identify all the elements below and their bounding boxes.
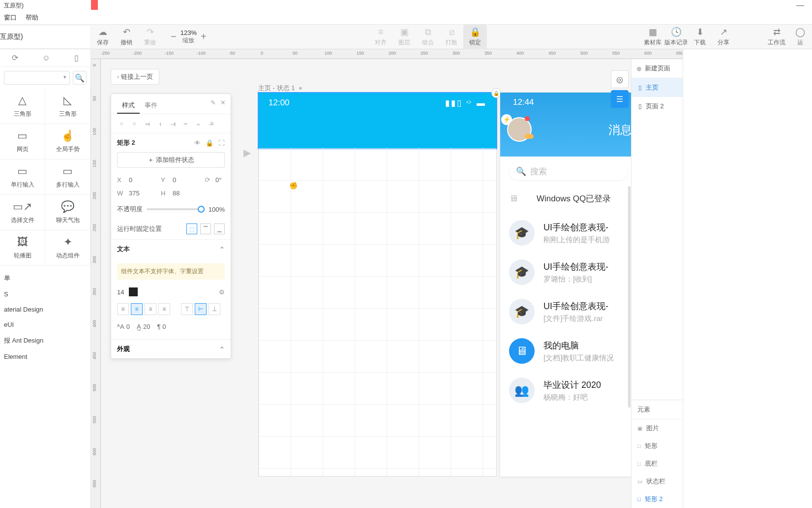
align-left2-icon[interactable]: ⫤ xyxy=(142,118,152,129)
lock-button[interactable]: 🔒锁定 xyxy=(463,25,487,49)
tab-components-icon[interactable]: ⟳ xyxy=(12,53,18,63)
component-选择文件[interactable]: ▭↗选择文件 xyxy=(0,195,45,230)
assets-button[interactable]: ▦素材库 xyxy=(641,25,664,49)
component-动态组件[interactable]: ✦动态组件 xyxy=(45,230,90,266)
lib-item[interactable]: aterial Design xyxy=(4,302,90,317)
component-全局手势[interactable]: ☝全局手势 xyxy=(45,124,90,159)
artboard-reference[interactable]: 12:44 ⚡ 消息 🔍 搜索 🖥 Windows QQ已登录 🎓UI手绘创意表… xyxy=(500,93,632,476)
element-item[interactable]: □底栏 xyxy=(632,455,683,473)
layers-button[interactable]: ▣图层 xyxy=(392,25,416,49)
opacity-value[interactable]: 100% xyxy=(209,206,225,213)
fix-none-button[interactable]: ⬚ xyxy=(186,223,197,234)
selected-rect-header[interactable]: 🔒 12:00 ▮▮▯ ⌔ ▬ xyxy=(259,93,496,148)
lock-small-icon[interactable]: 🔒 xyxy=(206,139,213,147)
chat-row[interactable]: 🖥我的电脑[文档]教职工健康情况 xyxy=(500,331,632,371)
new-page-button[interactable]: ⊕新建页面 xyxy=(632,59,683,78)
search-bar[interactable]: 🔍 搜索 xyxy=(509,162,628,180)
undo-button[interactable]: ↶撤销 xyxy=(115,25,138,49)
target-tool-button[interactable]: ◎ xyxy=(611,70,629,88)
text-valign-middle-icon[interactable]: ⊢ xyxy=(195,303,207,315)
lib-item[interactable]: S xyxy=(4,286,90,302)
text-align-left-icon[interactable]: ≡ xyxy=(117,303,129,315)
w-value[interactable]: 375 xyxy=(129,190,156,197)
component-多行输入[interactable]: ▭多行输入 xyxy=(45,159,90,195)
fix-top-button[interactable]: ▔ xyxy=(200,223,211,234)
component-轮播图[interactable]: 🖼轮播图 xyxy=(0,230,45,266)
download-button[interactable]: ⬇下载 xyxy=(688,25,712,49)
lock-handle-icon[interactable]: 🔒 xyxy=(491,88,501,98)
lib-item[interactable]: 报 Ant Design xyxy=(4,332,90,349)
component-category-select[interactable] xyxy=(4,71,70,85)
workflow-button[interactable]: ⇄工作流 xyxy=(765,25,788,49)
tab-event[interactable]: 事件 xyxy=(140,98,162,114)
share-button[interactable]: ↗分享 xyxy=(712,25,735,49)
para-spacing-value[interactable]: 0 xyxy=(162,323,166,330)
settings-tool-button[interactable]: ☰ xyxy=(611,90,629,108)
align-right-icon[interactable]: ⫣ xyxy=(167,118,178,129)
minimize-button[interactable]: — xyxy=(792,1,808,10)
collapse-appearance-icon[interactable]: ⌃ xyxy=(219,346,225,353)
text-settings-icon[interactable]: ⚙ xyxy=(219,288,225,296)
menu-window[interactable]: 窗口 xyxy=(4,13,17,22)
component-网页[interactable]: ▭网页 xyxy=(0,124,45,159)
scrollbar[interactable] xyxy=(628,186,631,408)
align-top-icon[interactable]: ⫟ xyxy=(180,118,191,129)
component-单行输入[interactable]: ▭单行输入 xyxy=(0,159,45,195)
lib-item[interactable]: Element xyxy=(4,349,90,364)
run-button[interactable]: ◯运 xyxy=(788,25,812,49)
align-center-h-icon[interactable]: ≡ xyxy=(129,118,140,129)
align-center-icon[interactable]: ⫞ xyxy=(154,118,165,129)
text-valign-bottom-icon[interactable]: ⊥ xyxy=(209,303,220,315)
page-2[interactable]: ▯页面 2 xyxy=(632,97,683,116)
rotation-value[interactable]: 0° xyxy=(215,176,221,184)
text-color-swatch[interactable] xyxy=(129,287,138,296)
visibility-icon[interactable]: 👁 xyxy=(194,139,201,147)
component-三角形[interactable]: ◺三角形 xyxy=(45,89,90,124)
artboard-title[interactable]: 主页 - 状态 1 ● xyxy=(258,84,302,93)
lib-item[interactable]: 单 xyxy=(4,270,90,286)
align-button[interactable]: ≡对齐 xyxy=(369,25,392,49)
align-left-icon[interactable]: ≡ xyxy=(116,118,127,129)
text-align-right-icon[interactable]: ≡ xyxy=(145,303,156,315)
fix-bottom-button[interactable]: ▁ xyxy=(214,223,225,234)
zoom-in-button[interactable]: + xyxy=(197,31,211,42)
redo-button[interactable]: ↷重做 xyxy=(138,25,162,49)
close-panel-icon[interactable]: ✕ xyxy=(220,99,226,106)
letter-spacing-value[interactable]: 0 xyxy=(126,323,130,330)
artboard-main[interactable]: 🔒 12:00 ▮▮▯ ⌔ ▬ ✊ xyxy=(258,93,497,476)
element-item[interactable]: □矩形 xyxy=(632,437,683,455)
group-button[interactable]: ⧉组合 xyxy=(416,25,440,49)
font-size-value[interactable]: 14 xyxy=(117,288,124,296)
tab-templates-icon[interactable]: ▯ xyxy=(74,53,79,63)
x-value[interactable]: 0 xyxy=(129,176,156,184)
link-previous-page-button[interactable]: 链接上一页 xyxy=(111,69,159,85)
collapse-text-icon[interactable]: ⌃ xyxy=(219,246,225,253)
y-value[interactable]: 0 xyxy=(173,176,200,184)
opacity-slider[interactable] xyxy=(147,208,205,210)
element-item[interactable]: ▭状态栏 xyxy=(632,473,683,490)
history-button[interactable]: 🕓版本记录 xyxy=(664,25,688,49)
align-middle-icon[interactable]: ⫠ xyxy=(193,118,204,129)
zoom-value[interactable]: 123% xyxy=(180,29,197,36)
line-height-value[interactable]: 20 xyxy=(143,323,150,330)
chat-row[interactable]: 👥毕业设计 2020杨晓梅：好吧 xyxy=(500,371,632,410)
login-status-row[interactable]: 🖥 Windows QQ已登录 xyxy=(500,184,632,213)
expand-icon[interactable]: ⛶ xyxy=(218,139,225,147)
text-valign-top-icon[interactable]: ⊤ xyxy=(181,303,193,315)
menu-help[interactable]: 帮助 xyxy=(26,13,38,22)
ungroup-button[interactable]: ⧄打散 xyxy=(440,25,463,49)
chat-row[interactable]: 🎓UI手绘创意表现-罗璐怡：[收到] xyxy=(500,253,632,292)
chat-row[interactable]: 🎓UI手绘创意表现-[文件]手绘游戏.rar xyxy=(500,292,632,331)
text-align-center-icon[interactable]: ≡ xyxy=(131,303,143,315)
add-component-state-button[interactable]: ＋ 添加组件状态 xyxy=(117,152,225,168)
chat-row[interactable]: 🎓UI手绘创意表现-刚刚上传的是手机游 xyxy=(500,213,632,253)
h-value[interactable]: 88 xyxy=(173,190,200,197)
tab-emoji-icon[interactable]: ☺ xyxy=(42,54,50,63)
page-home[interactable]: ▯主页 xyxy=(632,78,683,97)
tab-style[interactable]: 样式 xyxy=(117,98,140,114)
component-聊天气泡[interactable]: 💬聊天气泡 xyxy=(45,195,90,230)
align-bottom-icon[interactable]: ⫡ xyxy=(206,118,216,129)
zoom-out-button[interactable]: − xyxy=(167,31,180,42)
save-button[interactable]: ☁保存 xyxy=(91,25,115,49)
search-button[interactable]: 🔍 xyxy=(73,71,87,85)
